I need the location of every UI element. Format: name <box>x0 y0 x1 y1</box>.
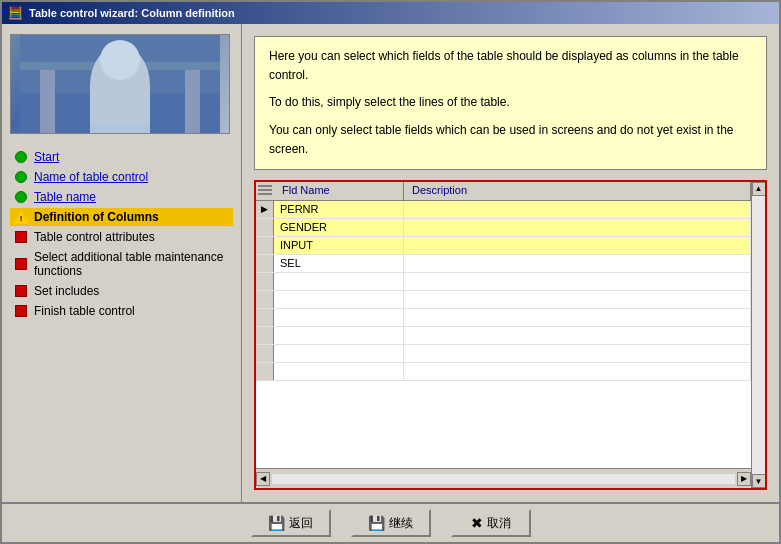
back-icon: 💾 <box>268 515 285 531</box>
row-selector-10[interactable] <box>256 363 274 380</box>
name-icon <box>14 170 28 184</box>
row-selector-8[interactable] <box>256 327 274 344</box>
includes-label: Set includes <box>34 284 99 298</box>
table-area: Fld Name Description ▶ PERNR <box>254 180 767 490</box>
row-selector-1[interactable]: ▶ <box>256 201 274 218</box>
svg-rect-11 <box>258 193 272 195</box>
scroll-up-button[interactable]: ▲ <box>752 182 766 196</box>
footer: 💾 返回 💾 继续 ✖ 取消 <box>2 502 779 542</box>
svg-rect-5 <box>40 64 55 134</box>
row-selector-5[interactable] <box>256 273 274 290</box>
table-row[interactable]: SEL <box>256 255 751 273</box>
table-row[interactable] <box>256 363 751 381</box>
sidebar-item-select-additional[interactable]: Select additional table maintenance func… <box>10 248 233 280</box>
row-3-fldname: INPUT <box>274 237 404 254</box>
finish-icon <box>14 304 28 318</box>
description-line3: You can only select table fields which c… <box>269 121 752 159</box>
cancel-icon: ✖ <box>471 515 483 531</box>
row-selector-9[interactable] <box>256 345 274 362</box>
row-selector-7[interactable] <box>256 309 274 326</box>
row-6-fldname <box>274 291 404 308</box>
row-selector-2[interactable] <box>256 219 274 236</box>
main-content: Start Name of table control Table name D… <box>2 24 779 502</box>
start-link[interactable]: Start <box>34 150 59 164</box>
row-2-desc <box>404 219 751 236</box>
tablename-icon <box>14 190 28 204</box>
scroll-down-button[interactable]: ▼ <box>752 474 766 488</box>
definition-label: Definition of Columns <box>34 210 159 224</box>
table-header-row: Fld Name Description <box>256 182 751 201</box>
finish-label: Finish table control <box>34 304 135 318</box>
row-9-fldname <box>274 345 404 362</box>
table-row[interactable] <box>256 345 751 363</box>
svg-point-3 <box>90 74 150 114</box>
table-wrapper: Fld Name Description ▶ PERNR <box>256 182 765 488</box>
continue-button[interactable]: 💾 继续 <box>351 509 431 537</box>
sidebar-item-name-of-table-control[interactable]: Name of table control <box>10 168 233 186</box>
sidebar-item-finish-table-control[interactable]: Finish table control <box>10 302 233 320</box>
description-line2: To do this, simply select the lines of t… <box>269 93 752 112</box>
row-selector-3[interactable] <box>256 237 274 254</box>
scroll-right-button[interactable]: ▶ <box>737 472 751 486</box>
description-line1: Here you can select which fields of the … <box>269 47 752 85</box>
right-panel: Here you can select which fields of the … <box>242 24 779 502</box>
continue-label: 继续 <box>389 515 413 532</box>
table-row[interactable] <box>256 327 751 345</box>
select-label: Select additional table maintenance func… <box>34 250 229 278</box>
row-1-fldname: PERNR <box>274 201 404 218</box>
row-4-fldname: SEL <box>274 255 404 272</box>
back-button[interactable]: 💾 返回 <box>251 509 331 537</box>
row-4-desc <box>404 255 751 272</box>
table-row[interactable]: ▶ PERNR <box>256 201 751 219</box>
table-bottom-scrollbar: ◀ ▶ <box>256 468 751 488</box>
select-icon <box>14 257 28 271</box>
sidebar: Start Name of table control Table name D… <box>2 24 242 502</box>
row-5-fldname <box>274 273 404 290</box>
sidebar-item-start[interactable]: Start <box>10 148 233 166</box>
row-8-desc <box>404 327 751 344</box>
fld-name-header: Fld Name <box>274 182 404 200</box>
scroll-left-button[interactable]: ◀ <box>256 472 270 486</box>
sidebar-item-set-includes[interactable]: Set includes <box>10 282 233 300</box>
title-bar: 🧮 Table control wizard: Column definitio… <box>2 2 779 24</box>
row-8-fldname <box>274 327 404 344</box>
svg-rect-7 <box>20 62 220 70</box>
name-link[interactable]: Name of table control <box>34 170 148 184</box>
tablename-link[interactable]: Table name <box>34 190 96 204</box>
row-5-desc <box>404 273 751 290</box>
vertical-scroll-track[interactable] <box>752 196 765 474</box>
attributes-icon <box>14 230 28 244</box>
row-selector-6[interactable] <box>256 291 274 308</box>
row-3-desc <box>404 237 751 254</box>
cancel-label: 取消 <box>487 515 511 532</box>
table-rows: ▶ PERNR GENDER INPUT <box>256 201 751 468</box>
window-title: Table control wizard: Column definition <box>29 7 235 19</box>
sidebar-item-definition-of-columns[interactable]: Definition of Columns <box>10 208 233 226</box>
row-9-desc <box>404 345 751 362</box>
vertical-scrollbar: ▲ ▼ <box>751 182 765 488</box>
definition-icon <box>14 210 28 224</box>
row-10-fldname <box>274 363 404 380</box>
svg-rect-4 <box>90 89 150 134</box>
horizontal-scroll-track[interactable] <box>272 474 735 484</box>
main-window: 🧮 Table control wizard: Column definitio… <box>0 0 781 544</box>
includes-icon <box>14 284 28 298</box>
svg-rect-6 <box>185 64 200 134</box>
table-main: Fld Name Description ▶ PERNR <box>256 182 751 488</box>
table-row[interactable] <box>256 273 751 291</box>
sidebar-item-table-control-attributes[interactable]: Table control attributes <box>10 228 233 246</box>
title-icon: 🧮 <box>8 6 23 20</box>
svg-rect-9 <box>258 185 272 187</box>
row-selector-4[interactable] <box>256 255 274 272</box>
sidebar-item-table-name[interactable]: Table name <box>10 188 233 206</box>
description-box: Here you can select which fields of the … <box>254 36 767 170</box>
cancel-button[interactable]: ✖ 取消 <box>451 509 531 537</box>
table-row[interactable]: INPUT <box>256 237 751 255</box>
sidebar-decoration <box>10 34 230 134</box>
table-row[interactable] <box>256 309 751 327</box>
attributes-label: Table control attributes <box>34 230 155 244</box>
table-row[interactable]: GENDER <box>256 219 751 237</box>
start-icon <box>14 150 28 164</box>
row-7-desc <box>404 309 751 326</box>
table-row[interactable] <box>256 291 751 309</box>
